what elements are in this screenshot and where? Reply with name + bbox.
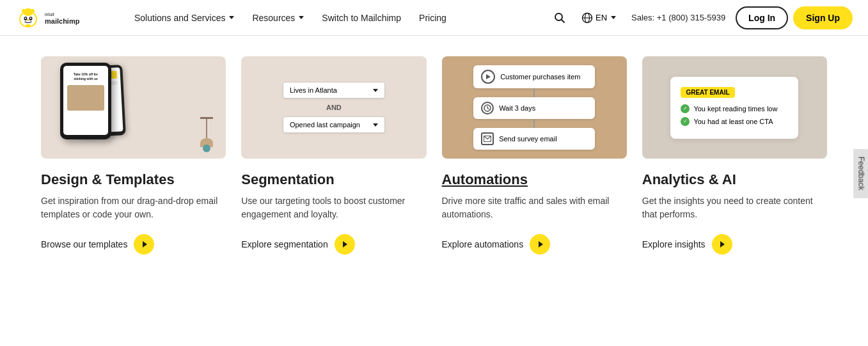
card-title-design: Design & Templates: [41, 171, 226, 188]
chevron-down-icon: [299, 16, 304, 19]
svg-point-9: [27, 19, 29, 20]
card-desc-segmentation: Use our targeting tools to boost custome…: [241, 194, 426, 221]
nav-solutions-services[interactable]: Solutions and Services: [128, 8, 241, 28]
chevron-down-icon: [611, 16, 616, 19]
nav-resources[interactable]: Resources: [246, 8, 310, 28]
signup-button[interactable]: Sign Up: [793, 6, 853, 29]
seg-and-label: AND: [326, 104, 342, 111]
analytics-badge: GREAT EMAIL: [681, 87, 734, 98]
navbar: intuit mailchimp Solutions and Services …: [0, 0, 868, 36]
card-image-analytics: GREAT EMAIL You kept reading times low Y…: [642, 56, 827, 159]
play-icon: [481, 70, 495, 84]
check-icon-2: [681, 117, 690, 126]
email-icon: [481, 132, 494, 145]
login-button[interactable]: Log In: [736, 6, 788, 29]
card-image-automations: Customer purchases item Wait 3 days: [442, 56, 627, 159]
card-title-segmentation: Segmentation: [241, 171, 426, 188]
card-link-segmentation[interactable]: Explore segmentation: [241, 234, 426, 255]
svg-marker-18: [486, 74, 491, 79]
analytics-row-1: You kept reading times low: [681, 104, 788, 113]
seg-dropdown-1: Lives in Atlanta: [283, 82, 385, 98]
card-image-design: Take 10% off for sticking with us: [41, 56, 226, 159]
card-desc-analytics: Get the insights you need to create cont…: [642, 194, 827, 221]
card-title-automations[interactable]: Automations: [442, 171, 627, 188]
svg-point-7: [22, 9, 26, 13]
svg-line-21: [487, 108, 489, 109]
arrow-right-icon: [539, 241, 543, 248]
auto-connector: [533, 88, 535, 97]
chevron-down-icon: [229, 16, 234, 19]
language-selector[interactable]: EN: [576, 8, 621, 28]
mailchimp-logo-icon: [15, 5, 41, 31]
card-link-design[interactable]: Browse our templates: [41, 234, 226, 255]
seg-dropdown-2: Opened last campaign: [283, 116, 385, 133]
card-automations: Customer purchases item Wait 3 days: [442, 56, 627, 255]
arrow-right-icon: [143, 241, 147, 248]
analytics-preview-card: GREAT EMAIL You kept reading times low Y…: [670, 77, 798, 139]
svg-point-8: [31, 9, 35, 13]
arrow-circle-icon: [712, 234, 732, 255]
auto-step-1: Customer purchases item: [473, 65, 595, 88]
arrow-circle-icon: [530, 234, 550, 255]
check-icon-1: [681, 104, 690, 113]
card-analytics: GREAT EMAIL You kept reading times low Y…: [642, 56, 827, 255]
globe-icon: [581, 12, 593, 24]
card-link-automations[interactable]: Explore automations: [442, 234, 627, 255]
arrow-circle-icon: [335, 234, 355, 255]
nav-switch[interactable]: Switch to Mailchimp: [315, 8, 407, 28]
chevron-down-icon: [373, 123, 378, 127]
svg-line-14: [561, 19, 564, 22]
auto-connector: [533, 119, 535, 128]
chevron-down-icon: [373, 89, 378, 92]
card-link-analytics[interactable]: Explore insights: [642, 234, 827, 255]
svg-rect-10: [26, 24, 31, 27]
card-segmentation: Lives in Atlanta AND Opened last campaig…: [241, 56, 426, 255]
search-button[interactable]: [548, 6, 571, 29]
auto-step-3: Send survey email: [473, 128, 595, 150]
card-image-segmentation: Lives in Atlanta AND Opened last campaig…: [241, 56, 426, 159]
analytics-row-2: You had at least one CTA: [681, 117, 788, 126]
auto-step-2: Wait 3 days: [473, 97, 595, 119]
intuit-mailchimp-wordmark: intuit mailchimp: [45, 8, 115, 28]
search-icon: [553, 12, 566, 24]
arrow-circle-icon: [134, 234, 154, 255]
svg-text:intuit: intuit: [45, 12, 54, 17]
card-desc-automations: Drive more site traffic and sales with e…: [442, 194, 627, 221]
feature-cards-grid: Take 10% off for sticking with us Design…: [41, 56, 827, 255]
main-content: Take 10% off for sticking with us Design…: [0, 36, 868, 280]
svg-text:mailchimp: mailchimp: [45, 17, 80, 25]
feedback-tab[interactable]: Feedback: [854, 148, 868, 198]
svg-point-4: [25, 17, 26, 19]
card-design-templates: Take 10% off for sticking with us Design…: [41, 56, 226, 255]
logo[interactable]: intuit mailchimp: [15, 5, 115, 31]
sales-phone: Sales: +1 (800) 315-5939: [626, 13, 730, 22]
arrow-right-icon: [720, 241, 725, 248]
clock-icon: [481, 102, 494, 114]
arrow-right-icon: [343, 241, 347, 248]
language-label: EN: [596, 13, 607, 22]
nav-pricing[interactable]: Pricing: [413, 8, 453, 28]
svg-point-5: [30, 17, 31, 19]
card-desc-design: Get inspiration from our drag-and-drop e…: [41, 194, 226, 221]
card-title-analytics: Analytics & AI: [642, 171, 827, 188]
